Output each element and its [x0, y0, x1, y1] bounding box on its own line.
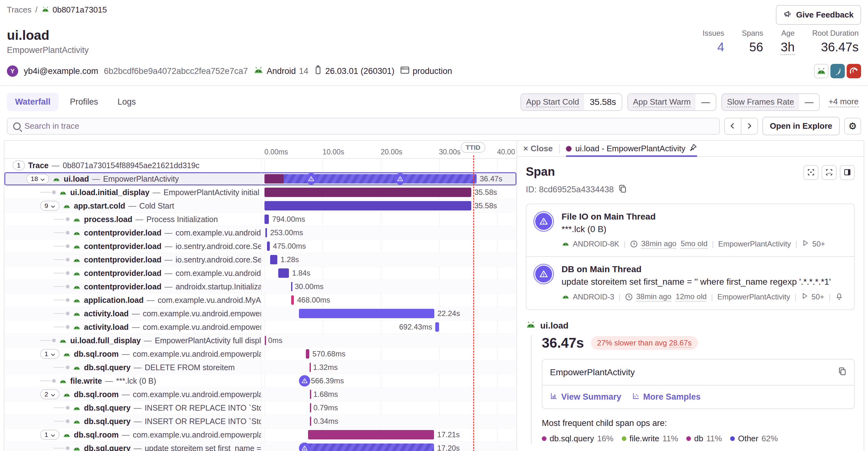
- pin-icon[interactable]: [689, 143, 697, 154]
- waterfall-row[interactable]: contentprovider.load—io.sentry.android.c…: [4, 253, 517, 266]
- breadcrumb-trace-id[interactable]: 0b8071a73015: [53, 5, 107, 15]
- duration-bar[interactable]: [265, 174, 476, 184]
- waterfall-row[interactable]: ui.load.full_display—EmpowerPlantActivit…: [4, 334, 517, 347]
- duration-bar[interactable]: [310, 363, 311, 372]
- performance-issue-card[interactable]: File IO on Main Thread***.lck (0 B)ANDRO…: [526, 204, 854, 256]
- waterfall-row[interactable]: 9app.start.cold—Cold Start35.58s: [4, 199, 517, 213]
- op-desc-separator: —: [134, 444, 142, 451]
- breadcrumb: Traces / 0b8071a73015: [7, 5, 107, 15]
- focus-subtree-button[interactable]: [822, 165, 837, 180]
- span-count-chip[interactable]: 18: [26, 174, 49, 184]
- span-count-chip[interactable]: 1: [40, 349, 60, 359]
- axis-tick-label: 10.00s: [322, 148, 344, 156]
- duration-bar[interactable]: [267, 241, 270, 251]
- duration-bar[interactable]: [305, 444, 434, 451]
- prev-match-button[interactable]: [724, 118, 741, 135]
- duration-bar[interactable]: [265, 215, 269, 224]
- warning-icon[interactable]: [395, 173, 406, 185]
- duration-bar[interactable]: [310, 390, 311, 399]
- open-in-explore-button[interactable]: Open in Explore: [763, 117, 840, 135]
- tree-connector: [54, 259, 65, 260]
- warning-icon[interactable]: [306, 173, 317, 185]
- duration-bar[interactable]: [305, 376, 308, 386]
- waterfall-row[interactable]: contentprovider.load—com.example.vu.andr…: [4, 226, 517, 239]
- perf-metric-pill[interactable]: App Start Warm—: [627, 93, 716, 111]
- breadcrumb-traces[interactable]: Traces: [7, 5, 32, 15]
- more-metrics-link[interactable]: +4 more: [829, 97, 859, 107]
- search-input[interactable]: [25, 121, 714, 131]
- view-tabs: WaterfallProfilesLogs App Start Cold35.5…: [0, 86, 868, 111]
- tab-waterfall[interactable]: Waterfall: [7, 93, 59, 111]
- copy-icon[interactable]: [618, 184, 627, 195]
- waterfall-row[interactable]: 2db.sql.room—com.example.vu.android.empo…: [4, 388, 517, 401]
- waterfall-row[interactable]: ui.load.initial_display—EmpowerPlantActi…: [4, 186, 517, 199]
- user-email[interactable]: yb4i@example.com: [24, 66, 98, 76]
- issue-events-count[interactable]: 50+: [802, 239, 825, 249]
- warning-icon[interactable]: [299, 375, 310, 386]
- tree-connector: [54, 367, 65, 368]
- warning-icon[interactable]: [299, 443, 310, 451]
- duration-bar[interactable]: [299, 309, 434, 318]
- waterfall-row[interactable]: db.sql.query—INSERT OR REPLACE INTO `Sto…: [4, 415, 517, 428]
- perf-metric-pill[interactable]: Slow Frames Rate—: [721, 93, 820, 111]
- red-platform-icon[interactable]: [847, 64, 861, 78]
- teal-platform-icon[interactable]: [830, 64, 845, 78]
- span-tab[interactable]: ui.load - EmpowerPlantActivity: [566, 141, 697, 156]
- waterfall-row[interactable]: activity.load—com.example.vu.android.emp…: [4, 307, 517, 320]
- next-match-button[interactable]: [741, 118, 758, 135]
- release-version[interactable]: 26.03.01 (260301): [325, 66, 395, 76]
- waterfall-row[interactable]: db.sql.query—DELETE FROM storeitem1.32ms: [4, 361, 517, 374]
- more-samples-link[interactable]: More Samples: [632, 392, 701, 402]
- span-op-label: contentprovider.load: [84, 269, 161, 278]
- perf-metric-pill[interactable]: App Start Cold35.58s: [521, 93, 622, 111]
- duration-bar[interactable]: [308, 430, 434, 440]
- focus-span-button[interactable]: [803, 165, 818, 180]
- issue-last-seen[interactable]: 38min ago: [625, 292, 671, 301]
- duration-bar[interactable]: [435, 322, 439, 332]
- issue-age[interactable]: 12mo old: [676, 292, 707, 301]
- issue-age[interactable]: 5mo old: [681, 239, 707, 249]
- waterfall-row[interactable]: 1db.sql.room—com.example.vu.android.empo…: [4, 428, 517, 442]
- tab-logs[interactable]: Logs: [110, 93, 144, 111]
- duration-bar[interactable]: [310, 417, 311, 426]
- layout-toggle-button[interactable]: [840, 165, 855, 180]
- waterfall-row[interactable]: activity.load—com.example.vu.android.emp…: [4, 320, 517, 334]
- waterfall-row[interactable]: 1db.sql.room—com.example.vu.android.empo…: [4, 347, 517, 361]
- close-panel-button[interactable]: × Close: [523, 144, 553, 154]
- duration-bar[interactable]: [306, 349, 309, 359]
- android-platform-icon[interactable]: [814, 64, 829, 78]
- copy-icon[interactable]: [838, 366, 847, 378]
- duration-bar[interactable]: [266, 228, 267, 237]
- duration-bar[interactable]: [265, 201, 471, 211]
- waterfall-row[interactable]: 18ui.load—EmpowerPlantActivity36.47s: [4, 172, 517, 186]
- duration-bar[interactable]: [278, 268, 289, 278]
- span-count-chip[interactable]: 1: [12, 160, 25, 170]
- duration-bar[interactable]: [291, 295, 294, 305]
- waterfall-row[interactable]: contentprovider.load—io.sentry.android.c…: [4, 239, 517, 253]
- waterfall-row[interactable]: contentprovider.load—androidx.startup.In…: [4, 280, 517, 293]
- settings-button[interactable]: ⚙: [844, 118, 861, 135]
- waterfall-row[interactable]: contentprovider.load—com.example.vu.andr…: [4, 266, 517, 280]
- duration-bar[interactable]: [265, 188, 471, 197]
- duration-bar[interactable]: [291, 282, 292, 291]
- issue-events-count[interactable]: 50+: [801, 292, 825, 301]
- span-count-chip[interactable]: 1: [40, 430, 60, 440]
- span-count-chip[interactable]: 9: [40, 201, 60, 211]
- view-summary-link[interactable]: View Summary: [550, 392, 621, 402]
- give-feedback-button[interactable]: Give Feedback: [776, 5, 861, 25]
- duration-bar[interactable]: [310, 403, 311, 413]
- issue-last-seen[interactable]: 38min ago: [630, 239, 676, 249]
- stat-value[interactable]: 4: [703, 40, 724, 54]
- waterfall-row[interactable]: db.sql.query—update storeitem set first_…: [4, 442, 517, 451]
- waterfall-row[interactable]: file.write—***.lck (0 B)566.39ms: [4, 374, 517, 388]
- performance-issue-card[interactable]: DB on Main Threadupdate storeitem set fi…: [526, 256, 854, 310]
- waterfall-row[interactable]: 1Trace—0b8071a730154f88945ae21621dd319c: [4, 159, 517, 172]
- span-description: EmpowerPlantActivity initial display: [163, 188, 261, 197]
- waterfall-row[interactable]: process.load—Process Initialization794.0…: [4, 213, 517, 226]
- duration-bar[interactable]: [265, 336, 266, 345]
- span-count-chip[interactable]: 2: [40, 389, 60, 399]
- waterfall-row[interactable]: application.load—com.example.vu.android.…: [4, 293, 517, 307]
- tab-profiles[interactable]: Profiles: [62, 93, 106, 111]
- waterfall-row[interactable]: db.sql.query—INSERT OR REPLACE INTO `Sto…: [4, 401, 517, 415]
- duration-bar[interactable]: [270, 255, 278, 264]
